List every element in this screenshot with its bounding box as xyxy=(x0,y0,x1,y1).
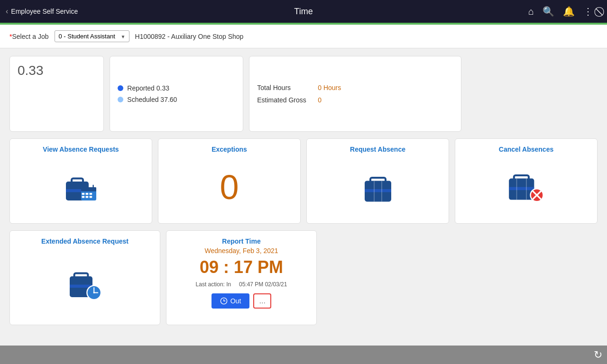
select-job-label: *Select a Job xyxy=(9,33,49,40)
request-absence-card[interactable]: Request Absence xyxy=(306,138,449,224)
total-hours-row: Total Hours 0 Hours xyxy=(257,84,453,91)
extended-absence-icon xyxy=(66,265,104,303)
extended-absence-title: Extended Absence Request xyxy=(41,237,129,245)
scheduled-dot xyxy=(118,97,123,102)
report-time-card[interactable]: Report Time Wednesday, Feb 3, 2021 09 : … xyxy=(166,230,317,325)
report-time-date: Wednesday, Feb 3, 2021 xyxy=(204,247,278,255)
more-options-button[interactable]: … xyxy=(253,293,271,309)
svg-rect-28 xyxy=(74,273,88,278)
cancel-absences-card[interactable]: Cancel Absences xyxy=(455,138,598,224)
more-dots-icon[interactable]: ⋮ xyxy=(583,6,593,17)
last-action-info: Last action: In 05:47 PM 02/03/21 xyxy=(196,281,287,288)
job-select[interactable]: 0 - Student Assistant xyxy=(55,30,129,42)
reported-legend: Reported 0.33 xyxy=(118,84,235,92)
out-button[interactable]: Out xyxy=(212,293,250,309)
scheduled-label: Scheduled 37.60 xyxy=(127,96,177,103)
select-job-bar: *Select a Job 0 - Student Assistant H100… xyxy=(0,25,607,48)
exceptions-card[interactable]: Exceptions 0 xyxy=(158,138,301,224)
svg-rect-20 xyxy=(509,187,534,191)
clock-out-icon xyxy=(220,297,228,305)
estimated-gross-label: Estimated Gross xyxy=(257,96,314,104)
bottom-spacer-2 xyxy=(463,230,598,325)
total-hours-label: Total Hours xyxy=(257,84,314,91)
last-action-label: Last action: In xyxy=(196,281,231,288)
reported-label: Reported 0.33 xyxy=(127,84,169,92)
reported-dot xyxy=(118,85,123,91)
back-arrow-icon: ‹ xyxy=(6,7,8,16)
last-action-time: 05:47 PM 02/03/21 xyxy=(239,281,287,288)
summary-cards-row: 0.33 Reported 0.33 Scheduled 37.60 Total… xyxy=(9,56,598,132)
job-select-wrapper: 0 - Student Assistant xyxy=(55,30,129,42)
bottom-cards-row: Extended Absence Request Report Time Wed… xyxy=(9,230,598,325)
report-time-buttons: Out … xyxy=(212,293,272,309)
svg-rect-8 xyxy=(82,196,84,198)
request-absence-icon xyxy=(359,168,397,206)
view-absence-title: View Absence Requests xyxy=(43,146,119,153)
estimated-gross-row: Estimated Gross 0 xyxy=(257,96,453,104)
more-options-label: … xyxy=(259,297,266,305)
exceptions-icon-area: 0 xyxy=(220,158,239,217)
view-absence-icon-area xyxy=(62,158,100,217)
svg-rect-14 xyxy=(370,178,386,183)
svg-rect-1 xyxy=(72,179,83,183)
refresh-icon[interactable]: ↻ xyxy=(594,349,602,361)
hours-number-value: 0.33 xyxy=(18,63,96,78)
scheduled-legend: Scheduled 37.60 xyxy=(118,96,235,103)
report-time-title: Report Time xyxy=(222,237,260,245)
extended-absence-card[interactable]: Extended Absence Request xyxy=(9,230,160,325)
topbar-actions: ⌂ 🔍 🔔 ⋮ ⃠ xyxy=(528,6,601,17)
back-label: Employee Self Service xyxy=(11,8,78,15)
cancel-absences-title: Cancel Absences xyxy=(499,146,553,153)
job-info: H1000892 - Auxiliary One Stop Shop xyxy=(135,33,244,40)
action-cards-row: View Absence Requests xyxy=(9,138,598,224)
svg-rect-4 xyxy=(81,187,96,191)
chart-legend-card: Reported 0.33 Scheduled 37.60 xyxy=(110,56,243,132)
svg-rect-6 xyxy=(85,193,88,195)
main-content: 0.33 Reported 0.33 Scheduled 37.60 Total… xyxy=(0,48,607,346)
svg-rect-7 xyxy=(89,193,92,195)
status-bar: ↻ xyxy=(0,346,607,364)
svg-rect-10 xyxy=(89,196,92,198)
cancel-absences-icon-area xyxy=(505,158,548,217)
view-absence-requests-card[interactable]: View Absence Requests xyxy=(9,138,152,224)
top-row-spacer xyxy=(467,56,598,132)
extended-absence-icon-area xyxy=(66,250,104,318)
total-hours-value: 0 Hours xyxy=(318,84,341,91)
exceptions-title: Exceptions xyxy=(212,146,247,153)
request-absence-icon-area xyxy=(359,158,397,217)
last-action-spacer xyxy=(233,281,238,288)
estimated-gross-value: 0 xyxy=(318,96,322,104)
cancel-absences-icon xyxy=(505,166,548,209)
svg-rect-9 xyxy=(85,196,88,198)
total-hours-card: Total Hours 0 Hours Estimated Gross 0 xyxy=(249,56,461,132)
page-title: Time xyxy=(294,7,313,17)
search-icon[interactable]: 🔍 xyxy=(543,6,554,17)
out-label: Out xyxy=(230,297,241,305)
svg-rect-5 xyxy=(82,193,84,195)
svg-rect-15 xyxy=(365,189,391,192)
topbar: ‹ Employee Self Service Time ⌂ 🔍 🔔 ⋮ ⃠ xyxy=(0,0,607,23)
bell-icon[interactable]: 🔔 xyxy=(563,6,575,17)
hours-number-card: 0.33 xyxy=(9,56,104,132)
view-absence-icon xyxy=(62,168,100,206)
home-icon[interactable]: ⌂ xyxy=(528,6,534,17)
request-absence-title: Request Absence xyxy=(350,146,405,153)
required-asterisk: * xyxy=(9,33,12,40)
bottom-spacer-1 xyxy=(322,230,457,325)
back-button[interactable]: ‹ Employee Self Service xyxy=(6,7,78,16)
exceptions-value: 0 xyxy=(220,170,239,204)
report-time-clock: 09 : 17 PM xyxy=(200,257,283,277)
